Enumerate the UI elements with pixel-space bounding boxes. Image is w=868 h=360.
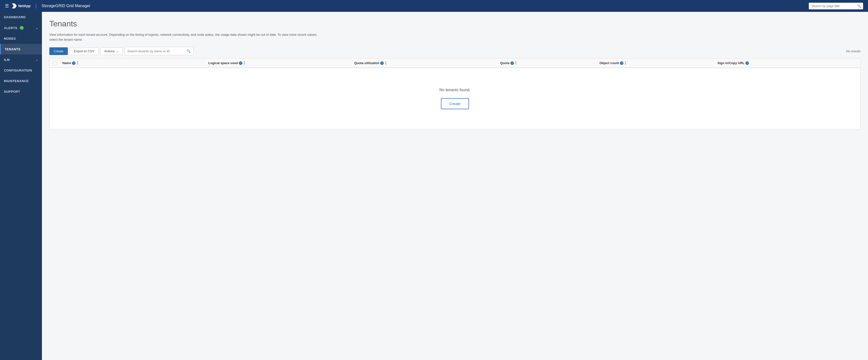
- logo-text: NetApp: [18, 4, 31, 8]
- alerts-chevron-icon: ⌄: [36, 26, 38, 30]
- col-name-label: Name: [62, 61, 71, 65]
- top-nav: ☰ NetApp | StorageGRID Grid Manager 🔍: [0, 0, 868, 12]
- sidebar-item-support-label: SUPPORT: [4, 90, 20, 93]
- sidebar-item-alerts-label: ALERTS: [4, 26, 17, 30]
- sidebar-item-nodes[interactable]: NODES: [0, 33, 42, 44]
- table-header: Name ? ▲ ▼ Logical space used ? ▲ ▼: [50, 58, 860, 68]
- page-title: Tenants: [49, 19, 861, 28]
- sidebar-item-maintenance[interactable]: MAINTENANCE: [0, 76, 42, 86]
- col-logical-label: Logical space used: [208, 61, 238, 65]
- content-area: Tenants View information for each tenant…: [42, 12, 868, 360]
- netapp-logo-icon: [12, 3, 17, 8]
- sidebar-item-dashboard-label: DASHBOARD: [4, 15, 26, 19]
- actions-chevron-icon: ⌄: [116, 49, 119, 53]
- col-quota-util-help-icon[interactable]: ?: [380, 61, 384, 65]
- app-title: StorageGRID Grid Manager: [41, 4, 90, 8]
- select-all-checkbox[interactable]: [53, 61, 57, 65]
- empty-message: No tenants found.: [439, 88, 470, 92]
- col-object-count-label: Object count: [599, 61, 619, 65]
- page-search-container: 🔍: [809, 3, 863, 9]
- toolbar-left: Create Export to CSV Actions ⌄ 🔍: [49, 47, 193, 55]
- col-quota-label: Quota: [500, 61, 509, 65]
- table-empty-state: No tenants found. Create: [50, 68, 860, 129]
- netapp-logo: NetApp: [12, 3, 31, 8]
- col-quota-util-label: Quota utilization: [354, 61, 379, 65]
- main-content: Tenants View information for each tenant…: [42, 12, 868, 360]
- tenant-search-input[interactable]: [127, 49, 186, 53]
- sidebar-item-maintenance-label: MAINTENANCE: [4, 79, 29, 83]
- sidebar-item-nodes-label: NODES: [4, 37, 16, 40]
- page-description: View information for each tenant account…: [49, 32, 320, 42]
- sidebar-item-alerts[interactable]: ALERTS ✓ ⌄: [0, 23, 42, 33]
- col-signin-label: Sign in/Copy URL: [717, 61, 744, 65]
- actions-label: Actions: [104, 49, 115, 53]
- col-header-logical: Logical space used ? ▲ ▼: [206, 61, 351, 65]
- col-name-help-icon[interactable]: ?: [72, 61, 75, 65]
- sidebar-item-dashboard[interactable]: DASHBOARD: [0, 12, 42, 23]
- tenant-search-container: 🔍: [125, 47, 193, 55]
- sidebar-item-configuration-label: CONFIGURATION: [4, 68, 32, 72]
- empty-create-button[interactable]: Create: [441, 98, 469, 109]
- col-header-object-count: Object count ? ▲ ▼: [596, 61, 714, 65]
- tenants-table: Name ? ▲ ▼ Logical space used ? ▲ ▼: [49, 58, 861, 129]
- col-object-count-sort-icon[interactable]: ▲ ▼: [624, 61, 626, 65]
- col-header-signin: Sign in/Copy URL ?: [714, 61, 860, 65]
- page-search-button[interactable]: 🔍: [855, 3, 863, 9]
- nav-divider: |: [35, 3, 37, 9]
- col-quota-sort-icon[interactable]: ▲ ▼: [515, 61, 517, 65]
- no-results-label: No results: [846, 49, 861, 53]
- sidebar-item-ilm-label: ILM: [4, 58, 10, 62]
- tenant-search-icon: 🔍: [186, 49, 191, 53]
- export-csv-button[interactable]: Export to CSV: [70, 47, 98, 55]
- layout: DASHBOARD ALERTS ✓ ⌄ NODES TENANTS ILM ⌄…: [0, 12, 868, 360]
- table-checkbox-col: [50, 61, 59, 65]
- ilm-chevron-icon: ⌄: [36, 58, 38, 61]
- hamburger-menu-icon[interactable]: ☰: [5, 3, 9, 9]
- col-logical-sort-icon[interactable]: ▲ ▼: [243, 61, 245, 65]
- sidebar: DASHBOARD ALERTS ✓ ⌄ NODES TENANTS ILM ⌄…: [0, 12, 42, 360]
- col-object-count-help-icon[interactable]: ?: [620, 61, 623, 65]
- alerts-badge: ✓: [20, 26, 24, 30]
- sidebar-item-tenants[interactable]: TENANTS: [0, 44, 42, 55]
- col-signin-help-icon[interactable]: ?: [745, 61, 749, 65]
- sidebar-item-tenants-label: TENANTS: [5, 47, 21, 51]
- toolbar: Create Export to CSV Actions ⌄ 🔍 No resu…: [49, 47, 861, 58]
- col-logical-help-icon[interactable]: ?: [239, 61, 242, 65]
- sidebar-item-support[interactable]: SUPPORT: [0, 86, 42, 97]
- col-quota-util-sort-icon[interactable]: ▲ ▼: [385, 61, 386, 65]
- col-header-quota-utilization: Quota utilization ? ▲ ▼: [351, 61, 497, 65]
- col-quota-help-icon[interactable]: ?: [510, 61, 514, 65]
- actions-button[interactable]: Actions ⌄: [100, 47, 123, 55]
- create-button[interactable]: Create: [49, 47, 68, 55]
- sidebar-item-ilm[interactable]: ILM ⌄: [0, 55, 42, 65]
- page-search-input[interactable]: [809, 3, 855, 9]
- col-name-sort-icon[interactable]: ▲ ▼: [76, 61, 79, 65]
- col-header-name: Name ? ▲ ▼: [59, 61, 206, 65]
- sidebar-item-configuration[interactable]: CONFIGURATION: [0, 65, 42, 76]
- col-header-quota: Quota ? ▲ ▼: [497, 61, 596, 65]
